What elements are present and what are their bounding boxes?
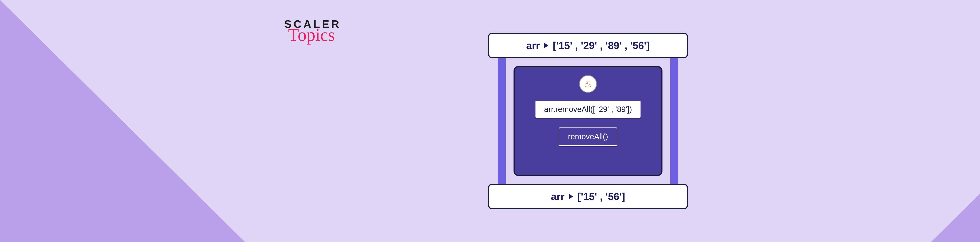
machine-body: ♨ arr.removeAll([ '29' , '89']) removeAl… [498,58,678,184]
array-before-box: arr ['15' , '29' , '89' , '56'] [488,33,688,58]
right-post [670,58,678,184]
array-after-value: ['15' , '56'] [578,191,625,202]
bg-triangle-right [931,0,980,242]
method-button: removeAll() [558,127,617,146]
arrow-icon [544,43,549,48]
logo: SCALER Topics [284,19,363,44]
machine-panel: ♨ arr.removeAll([ '29' , '89']) removeAl… [514,66,662,176]
array-after-box: arr ['15' , '56'] [488,184,688,209]
code-expression: arr.removeAll([ '29' , '89']) [536,100,641,118]
left-post [498,58,506,184]
array-after-label: arr [551,191,565,202]
array-before-label: arr [526,40,540,51]
java-icon: ♨ [579,75,597,93]
array-before-value: ['15' , '29' , '89' , '56'] [553,40,650,51]
arrow-icon [569,194,573,199]
diagram: arr ['15' , '29' , '89' , '56'] ♨ arr.re… [488,33,688,209]
logo-text-sub: Topics [288,26,363,44]
bg-triangle-left [0,0,245,242]
